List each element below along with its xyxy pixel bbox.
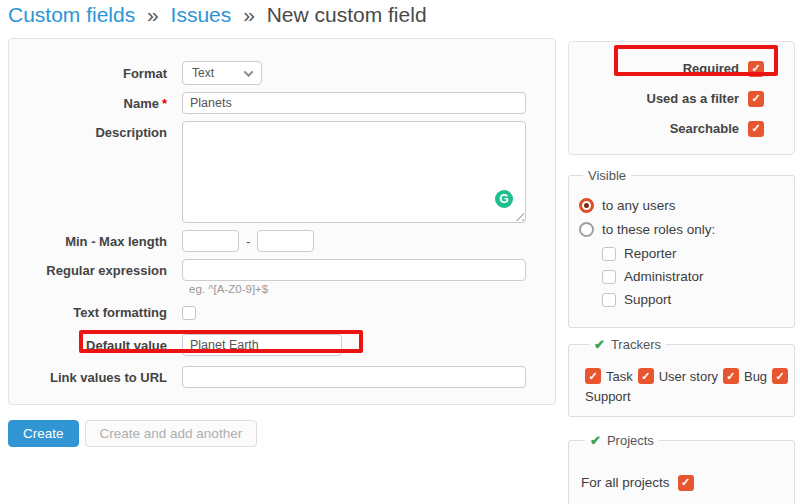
to-any-users-radio[interactable]: [579, 198, 594, 213]
checkmark-icon: ✓: [726, 370, 735, 383]
max-length-input[interactable]: [257, 230, 314, 252]
text-formatting-label: Text formatting: [9, 305, 175, 320]
regex-row: Regular expression: [9, 259, 555, 281]
searchable-checkbox[interactable]: ✓: [748, 121, 764, 137]
for-all-projects-label: For all projects: [581, 475, 670, 490]
tracker-label-bug: Bug: [744, 369, 767, 384]
breadcrumb-link-issues[interactable]: Issues: [171, 3, 232, 26]
role-row-reporter: Reporter: [602, 246, 784, 261]
tracker-checkbox-task[interactable]: ✓: [585, 368, 601, 384]
tracker-checkbox-support[interactable]: ✓: [772, 368, 788, 384]
format-select[interactable]: Text: [182, 61, 262, 85]
role-label-reporter: Reporter: [624, 246, 677, 261]
tracker-checkbox-bug[interactable]: ✓: [723, 368, 739, 384]
role-checkbox-support[interactable]: [602, 293, 616, 307]
tracker-checkbox-user-story[interactable]: ✓: [638, 368, 654, 384]
regex-hint: eg. ^[A-Z0-9]+$: [189, 283, 555, 295]
default-value-label: Default value: [9, 338, 175, 353]
regex-input[interactable]: [182, 259, 526, 281]
role-label-administrator: Administrator: [624, 269, 704, 284]
format-label: Format: [9, 66, 175, 81]
min-max-label: Min - Max length: [9, 234, 175, 249]
breadcrumb-separator: »: [243, 3, 255, 26]
for-all-projects-row: For all projects ✓: [581, 474, 784, 491]
description-row: Description G: [9, 121, 555, 223]
to-these-roles-radio[interactable]: [579, 222, 594, 237]
text-formatting-row: Text formatting: [9, 305, 555, 320]
default-value-input[interactable]: [182, 334, 342, 356]
link-url-label: Link values to URL: [9, 370, 175, 385]
roles-list: Reporter Administrator Support: [602, 246, 784, 307]
checkmark-icon: ✓: [751, 92, 760, 105]
format-row: Format Text: [9, 61, 555, 85]
visible-option-roles-only: to these roles only:: [579, 221, 784, 237]
to-these-roles-label: to these roles only:: [602, 222, 715, 237]
checkmark-icon: ✓: [641, 370, 650, 383]
required-asterisk: *: [162, 96, 167, 111]
completed-check-icon: ✔: [594, 337, 605, 352]
name-input[interactable]: [182, 92, 526, 114]
breadcrumb-link-custom-fields[interactable]: Custom fields: [8, 3, 135, 26]
checkmark-icon: ✓: [751, 122, 760, 135]
used-as-filter-checkbox[interactable]: ✓: [748, 91, 764, 107]
tracker-label-support: Support: [585, 389, 788, 404]
format-select-value: Text: [192, 66, 214, 80]
used-as-filter-row: Used as a filter ✓: [579, 90, 764, 107]
create-button[interactable]: Create: [8, 420, 79, 447]
link-url-input[interactable]: [182, 366, 526, 388]
checkmark-icon: ✓: [681, 476, 690, 489]
default-value-row: Default value: [9, 334, 555, 356]
create-and-add-another-button[interactable]: Create and add another: [85, 420, 258, 447]
role-label-support: Support: [624, 292, 671, 307]
sidebar: Required ✓ Used as a filter ✓ Searchable…: [568, 41, 795, 504]
name-row: Name*: [9, 92, 555, 114]
flags-panel: Required ✓ Used as a filter ✓ Searchable…: [568, 41, 795, 155]
form-actions: Create Create and add another: [8, 420, 257, 447]
tracker-label-user-story: User story: [659, 369, 718, 384]
chevron-down-icon: [244, 67, 254, 77]
required-label: Required: [683, 61, 739, 76]
role-checkbox-reporter[interactable]: [602, 247, 616, 261]
trackers-row: ✓ Task ✓ User story ✓ Bug ✓: [585, 368, 788, 384]
breadcrumb-separator: »: [147, 3, 159, 26]
range-separator: -: [246, 234, 250, 249]
page: Custom fields » Issues » New custom fiel…: [0, 0, 800, 504]
visible-legend: Visible: [583, 168, 631, 183]
used-as-filter-label: Used as a filter: [647, 91, 740, 106]
description-textarea[interactable]: [182, 121, 526, 223]
min-max-row: Min - Max length -: [9, 230, 555, 252]
tracker-label-task: Task: [606, 369, 633, 384]
trackers-fieldset: ✔ Trackers ✓ Task ✓ User story ✓ Bug ✓ S…: [568, 337, 795, 417]
description-label: Description: [9, 121, 175, 140]
projects-fieldset: ✔ Projects For all projects ✓: [568, 433, 795, 504]
checkmark-icon: ✓: [776, 370, 785, 383]
to-any-users-label: to any users: [602, 198, 676, 213]
breadcrumb: Custom fields » Issues » New custom fiel…: [8, 3, 427, 27]
regex-label: Regular expression: [9, 263, 175, 278]
name-label: Name*: [9, 96, 175, 111]
min-length-input[interactable]: [182, 230, 239, 252]
checkmark-icon: ✓: [751, 62, 760, 75]
custom-field-form-box: Format Text Name* Description G Min - Ma…: [8, 38, 556, 405]
role-row-support: Support: [602, 292, 784, 307]
page-title: New custom field: [267, 3, 427, 26]
required-checkbox[interactable]: ✓: [748, 61, 764, 77]
checkmark-icon: ✓: [588, 370, 597, 383]
text-formatting-checkbox[interactable]: [182, 306, 196, 320]
projects-legend: ✔ Projects: [585, 433, 659, 448]
trackers-legend: ✔ Trackers: [589, 337, 666, 352]
visible-fieldset: Visible to any users to these roles only…: [568, 168, 795, 328]
for-all-projects-checkbox[interactable]: ✓: [678, 475, 694, 491]
required-row: Required ✓: [579, 60, 764, 77]
searchable-row: Searchable ✓: [579, 120, 764, 137]
role-row-administrator: Administrator: [602, 269, 784, 284]
searchable-label: Searchable: [670, 121, 739, 136]
grammarly-icon[interactable]: G: [495, 190, 513, 208]
completed-check-icon: ✔: [590, 433, 601, 448]
visible-option-any-users: to any users: [579, 197, 784, 213]
role-checkbox-administrator[interactable]: [602, 270, 616, 284]
link-url-row: Link values to URL: [9, 366, 555, 388]
